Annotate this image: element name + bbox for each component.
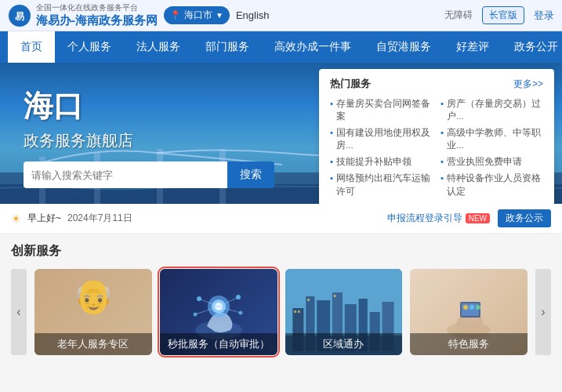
date-text: 2024年7月11日 <box>67 212 132 225</box>
nav-item-dept[interactable]: 部门服务 <box>193 31 262 63</box>
gov-info-button[interactable]: 政务公示 <box>498 209 551 227</box>
nav-item-home[interactable]: 首页 <box>8 31 55 63</box>
elderly-icon: 👴 <box>73 277 114 315</box>
new-badge: NEW <box>466 213 490 223</box>
nav-item-govpublic[interactable]: 政务公开 <box>502 31 562 63</box>
cards-row: ‹ 👴 老年人服务专区 <box>11 269 551 355</box>
city-selector[interactable]: 📍 海口市 ▼ <box>164 6 230 24</box>
dropdown-arrow-icon: ▼ <box>216 11 223 20</box>
greeting-text: 早上好~ <box>27 212 61 225</box>
nav-item-evaluation[interactable]: 好差评 <box>444 31 502 63</box>
card-tech[interactable]: 秒批服务（自动审批） <box>160 269 277 355</box>
nav-item-freetrade[interactable]: 自贸港服务 <box>364 31 444 63</box>
nav-item-personal[interactable]: 个人服务 <box>55 31 124 63</box>
nav-item-efficient[interactable]: 高效办成一件事 <box>262 31 364 63</box>
next-arrow-button[interactable]: › <box>535 269 551 355</box>
svg-point-37 <box>463 305 468 310</box>
card-tech-label: 秒批服务（自动审批） <box>160 333 277 355</box>
long-version-button[interactable]: 长官版 <box>482 6 524 24</box>
prev-arrow-button[interactable]: ‹ <box>11 269 27 355</box>
top-bar-right: 无障碍 长官版 登录 <box>444 6 554 24</box>
section-title: 创新服务 <box>11 243 551 260</box>
card-elderly-label: 老年人服务专区 <box>34 333 152 355</box>
search-box: 搜索 <box>24 162 274 188</box>
card-regional-label: 区域通办 <box>285 333 403 355</box>
hot-item-7[interactable]: 营业执照免费申请 <box>441 155 543 168</box>
chevron-left-icon: ‹ <box>16 305 20 319</box>
svg-rect-32 <box>333 295 335 297</box>
card-special-label: 特色服务 <box>410 333 528 355</box>
svg-rect-36 <box>462 303 479 316</box>
svg-rect-29 <box>294 310 296 313</box>
hot-panel-title: 热门服务 <box>330 77 371 91</box>
flow-guide-link[interactable]: 申报流程登录引导 NEW <box>387 212 490 225</box>
nav-bar: 首页 个人服务 法人服务 部门服务 高效办成一件事 自贸港服务 好差评 政务公开 <box>0 31 562 63</box>
hot-item-1[interactable]: 存量房买卖合同网签备案 <box>330 97 433 122</box>
date-bar: ☀ 早上好~ 2024年7月11日 申报流程登录引导 NEW 政务公示 <box>0 204 562 234</box>
hero-title: 海口 政务服务旗舰店 <box>24 86 133 151</box>
date-left: ☀ 早上好~ 2024年7月11日 <box>11 212 132 225</box>
nav-item-legal[interactable]: 法人服务 <box>124 31 193 63</box>
search-input[interactable] <box>24 162 227 188</box>
hero-subtitle: 政务服务旗舰店 <box>24 130 133 151</box>
platform-text: 全国一体化在线政务服务平台 <box>36 2 158 13</box>
sun-icon: ☀ <box>11 212 21 225</box>
hot-item-2[interactable]: 国有建设用地使用权及房... <box>330 126 433 151</box>
top-bar-left: 易 全国一体化在线政务服务平台 海易办-海南政务服务网 📍 海口市 ▼ Engl… <box>8 2 270 28</box>
logo-text: 海易办-海南政务服务网 <box>36 13 158 27</box>
svg-rect-31 <box>307 299 310 301</box>
accessible-text: 无障碍 <box>444 9 473 22</box>
card-elderly[interactable]: 👴 老年人服务专区 <box>34 269 152 355</box>
card-special[interactable]: 特色服务 <box>410 269 528 355</box>
flow-guide-text: 申报流程登录引导 <box>387 212 462 225</box>
language-button[interactable]: English <box>236 9 270 21</box>
login-button[interactable]: 登录 <box>534 9 554 23</box>
svg-point-38 <box>470 305 474 310</box>
date-right: 申报流程登录引导 NEW 政务公示 <box>387 209 551 227</box>
pin-icon: 📍 <box>170 10 181 20</box>
card-regional[interactable]: 区域通办 <box>285 269 403 355</box>
hot-item-4[interactable]: 网络预约出租汽车运输许可 <box>330 172 433 197</box>
innovation-section: 创新服务 ‹ 👴 老年人服务专区 <box>0 234 562 365</box>
hero-city-name: 海口 <box>24 89 83 122</box>
svg-rect-30 <box>297 310 299 313</box>
hot-item-8[interactable]: 特种设备作业人员资格认定 <box>441 172 543 197</box>
chevron-right-icon: › <box>541 305 545 319</box>
hero-section: 海口 政务服务旗舰店 搜索 热门服务 更多>> 存量房买卖合同网签备案 房产（存… <box>0 63 562 204</box>
hot-panel-more[interactable]: 更多>> <box>513 78 543 91</box>
hot-panel-header: 热门服务 更多>> <box>330 77 543 91</box>
search-button[interactable]: 搜索 <box>227 162 274 188</box>
hot-panel-items: 存量房买卖合同网签备案 房产（存量房交易）过户... 国有建设用地使用权及房..… <box>330 97 543 198</box>
logo-area: 易 全国一体化在线政务服务平台 海易办-海南政务服务网 <box>8 2 158 28</box>
svg-point-39 <box>476 305 480 310</box>
top-bar: 易 全国一体化在线政务服务平台 海易办-海南政务服务网 📍 海口市 ▼ Engl… <box>0 0 562 31</box>
hot-item-5[interactable]: 房产（存量房交易）过户... <box>441 97 543 122</box>
hot-item-3[interactable]: 技能提升补贴申领 <box>330 155 433 168</box>
svg-text:易: 易 <box>15 11 24 22</box>
city-name: 海口市 <box>184 9 212 22</box>
hot-item-6[interactable]: 高级中学教师、中等职业... <box>441 126 543 151</box>
logo-icon: 易 <box>8 4 31 27</box>
hot-services-panel: 热门服务 更多>> 存量房买卖合同网签备案 房产（存量房交易）过户... 国有建… <box>319 69 554 204</box>
